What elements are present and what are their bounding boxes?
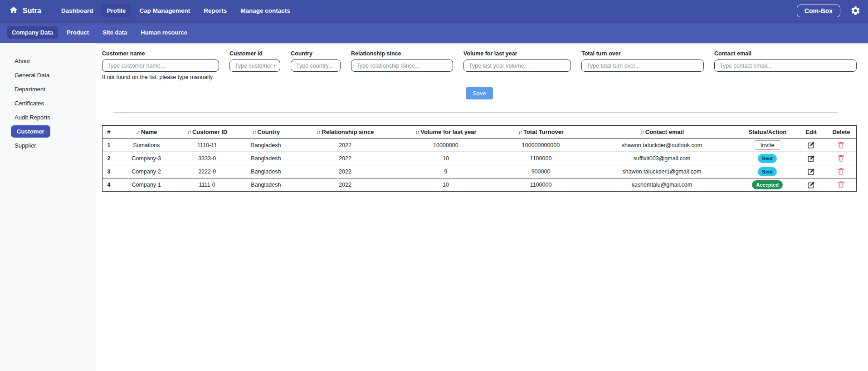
status-badge-sent: Sent bbox=[758, 154, 777, 163]
sidebar-item-general-data[interactable]: General Data bbox=[0, 68, 96, 82]
header-num: # bbox=[102, 126, 115, 139]
subnav-site-data[interactable]: Site data bbox=[98, 26, 132, 39]
sidebar-item-certificates[interactable]: Certificates bbox=[0, 96, 96, 110]
edit-button[interactable] bbox=[808, 142, 814, 148]
cell-customer-id: 1110-11 bbox=[178, 139, 237, 152]
table-row: 3 Company-2 2222-0 Bangladesh 2022 9 900… bbox=[102, 165, 857, 178]
table-row: 1 Sumations 1110-11 Bangladesh 2022 1000… bbox=[102, 139, 857, 152]
cell-name: Sumations bbox=[115, 139, 178, 152]
sidebar-item-about[interactable]: About bbox=[0, 54, 96, 68]
total-turnover-input[interactable] bbox=[581, 59, 704, 72]
cell-email: shawon.taluckder@outlook.com bbox=[585, 139, 739, 152]
volume-last-year-label: Volume for last year bbox=[463, 50, 571, 57]
cell-name: Company-3 bbox=[115, 152, 178, 165]
header-relationship-since[interactable]: ↓↑Relationship since bbox=[295, 126, 395, 139]
customer-id-input[interactable] bbox=[229, 59, 280, 72]
status-badge-sent: Sent bbox=[758, 167, 777, 176]
pencil-square-icon bbox=[808, 155, 814, 162]
cell-country: Bangladesh bbox=[236, 152, 295, 165]
sort-icon: ↓↑ bbox=[252, 129, 255, 135]
relationship-since-label: Relationship since bbox=[351, 50, 453, 57]
cell-name: Company-2 bbox=[115, 165, 178, 178]
total-turnover-label: Total turn over bbox=[581, 50, 704, 57]
brand-label: Sutra bbox=[23, 7, 41, 15]
sort-icon: ↓↑ bbox=[187, 129, 190, 135]
trash-icon bbox=[838, 142, 844, 149]
header-turnover[interactable]: ↓↑Total Turnover bbox=[497, 126, 585, 139]
cell-volume: 10000000 bbox=[395, 139, 497, 152]
customer-name-input[interactable] bbox=[102, 59, 219, 72]
delete-button[interactable] bbox=[838, 168, 844, 175]
relationship-since-input[interactable] bbox=[351, 59, 453, 72]
customers-table: # ↓↑Name ↓↑Customer ID ↓↑Country ↓↑Relat… bbox=[102, 125, 857, 192]
header-customer-id[interactable]: ↓↑Customer ID bbox=[178, 126, 237, 139]
contact-email-input[interactable] bbox=[714, 59, 857, 72]
edit-button[interactable] bbox=[808, 155, 814, 162]
trash-icon bbox=[838, 181, 844, 188]
customer-id-label: Customer id bbox=[229, 50, 280, 57]
top-nav-right: Com-Box bbox=[797, 5, 861, 17]
nav-dashboard[interactable]: Dashboard bbox=[56, 4, 99, 17]
table-row: 2 Company-3 3333-0 Bangladesh 2022 10 11… bbox=[102, 152, 857, 165]
manual-entry-hint: If not found on the list, please type ma… bbox=[102, 74, 219, 80]
cell-relationship: 2022 bbox=[295, 178, 395, 192]
nav-reports[interactable]: Reports bbox=[198, 4, 232, 17]
invite-button[interactable]: Invite bbox=[754, 140, 781, 150]
volume-last-year-input[interactable] bbox=[463, 59, 571, 72]
cell-name: Company-1 bbox=[115, 178, 178, 192]
cell-turnover: 1100000 bbox=[497, 152, 585, 165]
cell-turnover: 900000 bbox=[497, 165, 585, 178]
cell-email: suffixit003@gmail.com bbox=[585, 152, 739, 165]
cell-num: 3 bbox=[102, 165, 115, 178]
header-name[interactable]: ↓↑Name bbox=[115, 126, 178, 139]
country-input[interactable] bbox=[291, 59, 341, 72]
cell-email: shawon.taluckder1@gmail.com bbox=[585, 165, 739, 178]
nav-manage-contacts[interactable]: Manage contacts bbox=[235, 4, 296, 17]
brand[interactable]: Sutra bbox=[9, 5, 41, 16]
header-status-action: Status/Action bbox=[739, 126, 796, 139]
header-volume[interactable]: ↓↑Volume for last year bbox=[395, 126, 497, 139]
sort-icon: ↓↑ bbox=[640, 129, 644, 135]
sort-icon: ↓↑ bbox=[136, 129, 139, 135]
nav-cap-management[interactable]: Cap Management bbox=[134, 4, 195, 17]
section-divider bbox=[113, 112, 838, 113]
contact-email-label: Contact email bbox=[714, 50, 857, 57]
sub-navbar: Company Data Product Site data Human res… bbox=[0, 21, 868, 43]
cell-num: 4 bbox=[102, 178, 115, 192]
sidebar-item-department[interactable]: Department bbox=[0, 82, 96, 96]
sidebar-item-supplier[interactable]: Supplier bbox=[0, 139, 96, 153]
cell-num: 2 bbox=[102, 152, 115, 165]
delete-button[interactable] bbox=[838, 142, 844, 149]
customer-form: Customer name If not found on the list, … bbox=[102, 50, 857, 80]
home-icon bbox=[9, 5, 18, 16]
header-delete: Delete bbox=[826, 126, 857, 139]
cell-volume: 9 bbox=[395, 165, 497, 178]
nav-profile[interactable]: Profile bbox=[101, 4, 131, 17]
table-row: 4 Company-1 1111-0 Bangladesh 2022 10 11… bbox=[102, 178, 857, 192]
subnav-human-resource[interactable]: Human resource bbox=[136, 26, 192, 39]
cell-relationship: 2022 bbox=[295, 139, 395, 152]
cell-volume: 10 bbox=[395, 152, 497, 165]
country-label: Country bbox=[291, 50, 341, 57]
subnav-company-data[interactable]: Company Data bbox=[7, 26, 58, 39]
delete-button[interactable] bbox=[838, 181, 844, 188]
save-button[interactable]: Save bbox=[466, 87, 493, 99]
edit-button[interactable] bbox=[808, 168, 814, 175]
sidebar-item-customer[interactable]: Customer bbox=[11, 124, 96, 139]
top-nav-links: Dashboard Profile Cap Management Reports… bbox=[56, 4, 296, 17]
sidebar-item-audit-reports[interactable]: Audit Reports bbox=[0, 110, 96, 124]
subnav-product[interactable]: Product bbox=[62, 26, 94, 39]
settings-gear-icon[interactable] bbox=[850, 5, 861, 16]
pencil-square-icon bbox=[808, 168, 814, 175]
header-country[interactable]: ↓↑Country bbox=[236, 126, 295, 139]
edit-button[interactable] bbox=[808, 182, 814, 188]
cell-num: 1 bbox=[102, 139, 115, 152]
cell-relationship: 2022 bbox=[295, 152, 395, 165]
pencil-square-icon bbox=[808, 182, 814, 188]
delete-button[interactable] bbox=[838, 155, 844, 162]
customer-name-label: Customer name bbox=[102, 50, 219, 57]
trash-icon bbox=[838, 168, 844, 175]
cell-country: Bangladesh bbox=[236, 165, 295, 178]
combox-button[interactable]: Com-Box bbox=[797, 5, 840, 17]
header-contact-email[interactable]: ↓↑Contact email bbox=[585, 126, 739, 139]
